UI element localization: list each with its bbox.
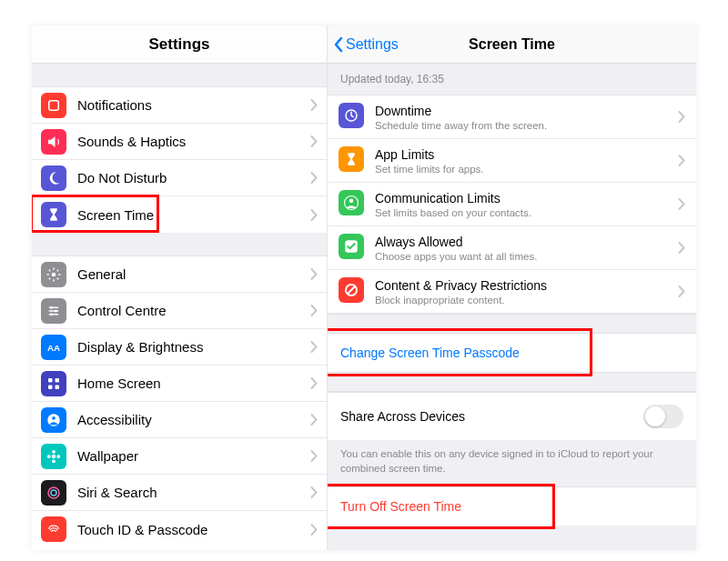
svg-point-1 [52,272,56,276]
svg-line-27 [348,286,356,295]
hourglass-icon [339,146,364,172]
sidebar-item-home-screen[interactable]: Home Screen [32,366,327,402]
sidebar-item-label: Accessibility [77,412,310,427]
notifications-icon [41,93,66,118]
option-title: Always Allowed [375,235,678,249]
settings-title: Settings [32,25,327,64]
sidebar-item-label: Siri & Search [77,485,310,500]
svg-point-17 [52,459,56,463]
chevron-right-icon [678,242,685,254]
hourglass-icon [41,202,66,227]
svg-point-21 [51,490,56,496]
settings-sidebar: Settings NotificationsSounds & HapticsDo… [32,25,328,550]
sidebar-item-general[interactable]: General [32,256,327,293]
option-subtitle: Choose apps you want at all times. [375,251,678,262]
sidebar-item-label: Wallpaper [77,448,310,464]
option-subtitle: Block inappropriate content. [375,295,678,306]
change-passcode-button[interactable]: Change Screen Time Passcode [328,334,696,372]
sidebar-item-label: Home Screen [77,376,310,391]
sidebar-item-label: Sounds & Haptics [77,134,310,149]
option-content-privacy-restrictions[interactable]: Content & Privacy RestrictionsBlock inap… [328,270,696,314]
sidebar-item-control-centre[interactable]: Control Centre [32,293,327,329]
share-across-devices-row[interactable]: Share Across Devices [328,392,696,440]
chevron-right-icon [678,155,685,166]
svg-rect-9 [48,378,53,383]
back-button[interactable]: Settings [328,36,399,53]
svg-point-7 [50,313,53,316]
option-title: Content & Privacy Restrictions [375,278,678,293]
gear-icon [41,262,66,287]
svg-point-19 [56,455,60,458]
aa-icon: AA [41,335,66,360]
sidebar-item-siri-search[interactable]: Siri & Search [32,475,327,511]
chevron-right-icon [310,486,318,498]
chevron-right-icon [678,198,685,210]
svg-rect-0 [49,100,59,110]
nosign-icon [339,277,364,303]
share-label: Share Across Devices [340,409,643,424]
option-subtitle: Set time limits for apps. [375,164,678,175]
sidebar-item-accessibility[interactable]: Accessibility [32,402,327,438]
option-always-allowed[interactable]: Always AllowedChoose apps you want at al… [328,226,696,270]
chevron-right-icon [310,377,318,389]
sliders-icon [41,298,66,324]
option-subtitle: Set limits based on your contacts. [375,207,678,218]
sounds-icon [41,129,66,155]
sidebar-item-wallpaper[interactable]: Wallpaper [32,438,327,475]
sidebar-item-label: Notifications [77,97,310,113]
check-icon [339,234,364,259]
page-title: Screen Time [469,36,555,53]
nav-bar: Settings Screen Time [328,25,696,64]
svg-point-23 [349,199,354,204]
screen-time-pane: Settings Screen Time Updated today, 16:3… [328,25,696,550]
share-toggle[interactable] [643,405,683,428]
chevron-right-icon [310,268,318,280]
svg-rect-10 [56,378,60,383]
update-status: Updated today, 16:35 [328,64,696,95]
grid-icon [41,371,66,396]
svg-rect-11 [48,385,53,389]
person-icon [41,407,66,433]
contacts-icon [339,190,364,215]
chevron-right-icon [310,135,318,147]
chevron-right-icon [310,524,318,536]
change-passcode-label: Change Screen Time Passcode [340,346,520,360]
settings-group-2: GeneralControl CentreAADisplay & Brightn… [32,256,327,547]
chevron-right-icon [678,286,685,297]
sidebar-item-do-not-disturb[interactable]: Do Not Disturb [32,160,327,196]
option-app-limits[interactable]: App LimitsSet time limits for apps. [328,139,696,183]
sidebar-item-label: Screen Time [77,207,310,223]
option-downtime[interactable]: DowntimeSchedule time away from the scre… [328,95,696,139]
chevron-right-icon [310,450,318,462]
option-title: App Limits [375,147,678,162]
sidebar-item-touch-id-passcode[interactable]: Touch ID & Passcode [32,511,327,547]
section-gap [32,64,327,87]
sidebar-item-screen-time[interactable]: Screen Time [32,196,327,233]
option-text: Content & Privacy RestrictionsBlock inap… [375,278,678,306]
chevron-right-icon [678,111,685,123]
chevron-right-icon [310,172,318,184]
chevron-right-icon [310,209,318,221]
back-label: Settings [346,36,399,53]
option-text: Communication LimitsSet limits based on … [375,191,678,218]
screen-time-options: DowntimeSchedule time away from the scre… [328,95,696,314]
svg-point-15 [52,454,56,458]
option-communication-limits[interactable]: Communication LimitsSet limits based on … [328,183,696,226]
moon-icon [41,165,66,191]
svg-point-5 [50,306,53,308]
turn-off-label: Turn Off Screen Time [340,499,461,514]
share-footer: You can enable this on any device signed… [328,440,696,486]
turn-off-screen-time-button[interactable]: Turn Off Screen Time [328,486,696,526]
sidebar-item-display-brightness[interactable]: AADisplay & Brightness [32,329,327,366]
option-title: Communication Limits [375,191,678,205]
settings-group-1: NotificationsSounds & HapticsDo Not Dist… [32,87,327,233]
option-title: Downtime [375,104,678,118]
sidebar-item-sounds-haptics[interactable]: Sounds & Haptics [32,124,327,160]
svg-point-16 [52,449,56,453]
sidebar-item-notifications[interactable]: Notifications [32,87,327,124]
fingerprint-icon [41,516,66,542]
sidebar-item-label: General [77,266,310,282]
svg-rect-12 [56,385,60,389]
svg-point-6 [55,309,57,312]
option-text: App LimitsSet time limits for apps. [375,147,678,175]
